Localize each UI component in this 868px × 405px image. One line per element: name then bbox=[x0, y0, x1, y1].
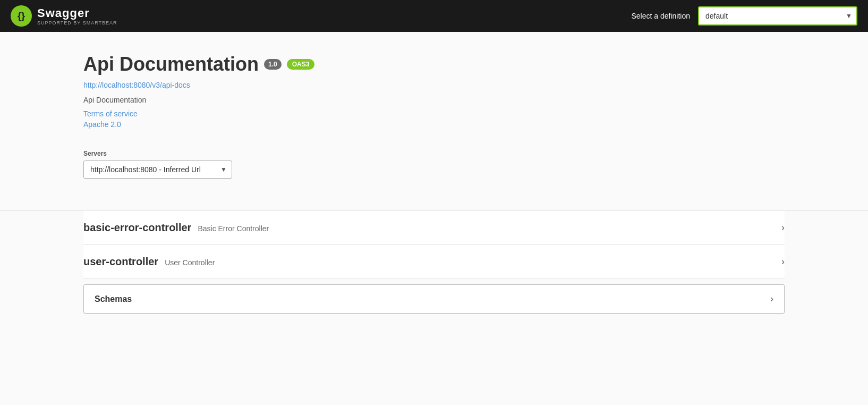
definition-select[interactable]: default bbox=[698, 6, 857, 26]
api-title: Api Documentation bbox=[83, 53, 259, 75]
controller-chevron-basic-error-icon: › bbox=[781, 222, 785, 233]
controller-left-user: user-controller User Controller bbox=[83, 256, 215, 268]
controller-left-basic-error: basic-error-controller Basic Error Contr… bbox=[83, 222, 269, 234]
controller-item-basic-error[interactable]: basic-error-controller Basic Error Contr… bbox=[83, 211, 785, 245]
controllers-section: basic-error-controller Basic Error Contr… bbox=[83, 211, 785, 279]
schemas-title: Schemas bbox=[95, 294, 132, 304]
api-title-row: Api Documentation 1.0 OAS3 bbox=[83, 53, 785, 75]
main-content: Api Documentation 1.0 OAS3 http://localh… bbox=[62, 32, 806, 210]
definition-select-wrapper: default ▼ bbox=[698, 6, 857, 26]
header-right-area: Select a definition default ▼ bbox=[631, 6, 857, 26]
swagger-supported-by: Supported by SMARTBEAR bbox=[37, 20, 117, 26]
license-link[interactable]: Apache 2.0 bbox=[83, 120, 785, 129]
svg-text:{}: {} bbox=[18, 11, 25, 21]
servers-section: Servers http://localhost:8080 - Inferred… bbox=[83, 150, 785, 179]
schemas-header[interactable]: Schemas › bbox=[84, 285, 784, 313]
controller-desc-basic-error: Basic Error Controller bbox=[198, 224, 269, 233]
api-docs-url-link[interactable]: http://localhost:8080/v3/api-docs bbox=[83, 81, 785, 89]
terms-of-service-link[interactable]: Terms of service bbox=[83, 109, 785, 118]
swagger-text-area: Swagger Supported by SMARTBEAR bbox=[37, 6, 117, 26]
swagger-brand-name: Swagger bbox=[37, 6, 117, 20]
api-description-text: Api Documentation bbox=[83, 96, 785, 104]
controller-item-user[interactable]: user-controller User Controller › bbox=[83, 245, 785, 279]
logo-area: {} Swagger Supported by SMARTBEAR bbox=[11, 5, 117, 27]
controller-desc-user: User Controller bbox=[165, 258, 215, 267]
controller-chevron-user-icon: › bbox=[781, 256, 785, 267]
select-definition-label: Select a definition bbox=[631, 12, 690, 20]
schemas-chevron-icon: › bbox=[770, 293, 773, 305]
servers-select-wrapper: http://localhost:8080 - Inferred Url ▼ bbox=[83, 161, 232, 179]
oas3-badge: OAS3 bbox=[287, 59, 315, 70]
api-info-section: Api Documentation 1.0 OAS3 http://localh… bbox=[83, 53, 785, 129]
version-badge: 1.0 bbox=[264, 59, 282, 70]
servers-select[interactable]: http://localhost:8080 - Inferred Url bbox=[83, 161, 232, 179]
servers-label: Servers bbox=[83, 150, 785, 157]
app-header: {} Swagger Supported by SMARTBEAR Select… bbox=[0, 0, 868, 32]
controller-name-user: user-controller bbox=[83, 256, 158, 268]
swagger-logo-icon: {} bbox=[11, 5, 32, 27]
controllers-area: basic-error-controller Basic Error Contr… bbox=[62, 211, 806, 335]
controller-name-basic-error: basic-error-controller bbox=[83, 222, 191, 234]
schemas-section: Schemas › bbox=[83, 284, 785, 314]
